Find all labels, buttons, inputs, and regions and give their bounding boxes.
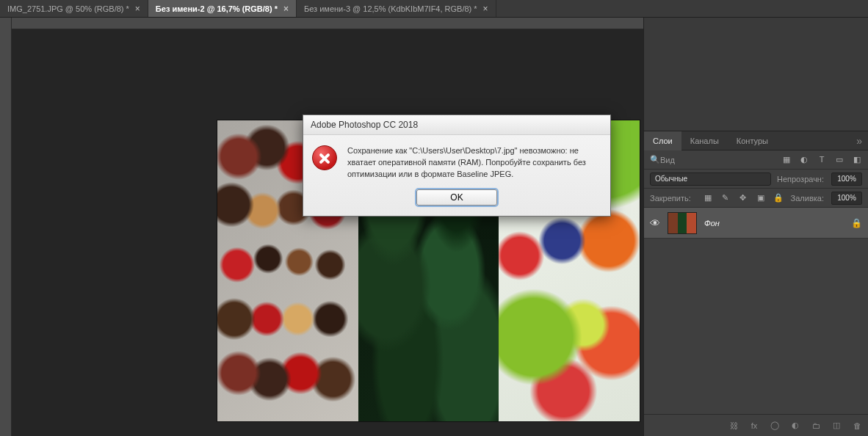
lock-pixels-icon[interactable]: ▦ (703, 193, 713, 203)
error-icon (312, 145, 337, 170)
opacity-value: 100% (837, 175, 856, 183)
layer-row-background[interactable]: 👁 Фон 🔒 (644, 208, 868, 239)
filter-icons: ▦ ◐ T ▭ ◧ (781, 155, 862, 164)
layer-fx-icon[interactable]: fx (749, 421, 759, 430)
visibility-icon[interactable]: 👁 (650, 217, 660, 229)
document-tabs: IMG_2751.JPG @ 50% (RGB/8) * × Без имени… (0, 0, 868, 18)
filter-pixel-icon[interactable]: ▦ (781, 155, 792, 164)
filter-type-icon[interactable]: T (817, 155, 827, 164)
filter-shape-icon[interactable]: ▭ (834, 155, 845, 164)
lock-row: Закрепить: ▦ ✎ ✥ ▣ 🔒 Заливка: 100% (644, 189, 868, 208)
delete-layer-icon[interactable]: 🗑 (852, 421, 862, 430)
filter-smart-icon[interactable]: ◧ (852, 155, 862, 164)
blend-mode-select[interactable]: Обычные (650, 172, 771, 186)
filter-adjust-icon[interactable]: ◐ (799, 155, 809, 164)
blend-mode-row: Обычные Непрозрачн: 100% (644, 170, 868, 189)
dialog-title[interactable]: Adobe Photoshop CC 2018 (303, 115, 610, 135)
close-icon[interactable]: × (483, 4, 488, 14)
tab-layers[interactable]: Слои (644, 131, 681, 150)
upper-collapsed-panel[interactable] (644, 18, 868, 131)
adjustment-icon[interactable]: ◐ (790, 421, 800, 430)
tab-label: Без имени-2 @ 16,7% (RGB/8) * (156, 4, 278, 13)
layer-name[interactable]: Фон (704, 219, 720, 228)
lock-icon: 🔒 (851, 218, 862, 228)
ruler-horizontal[interactable] (12, 18, 643, 29)
lock-brush-icon[interactable]: ✎ (720, 193, 731, 203)
tab-doc-2[interactable]: Без имени-2 @ 16,7% (RGB/8) * × (148, 0, 297, 17)
ok-button[interactable]: OK (416, 189, 497, 206)
opacity-field[interactable]: 100% (831, 172, 862, 186)
group-icon[interactable]: 🗀 (811, 421, 821, 430)
ruler-vertical[interactable] (0, 18, 12, 436)
fill-label: Заливка: (791, 194, 824, 203)
panel-collapse-icon[interactable]: » (850, 135, 868, 147)
add-mask-icon[interactable]: ◯ (770, 421, 780, 430)
lock-label: Закрепить: (650, 194, 691, 203)
lock-position-icon[interactable]: ✥ (738, 193, 748, 203)
opacity-label: Непрозрачн: (777, 175, 824, 184)
dialog-message: Сохранение как "C:\Users\User\Desktop\7.… (347, 145, 598, 181)
right-panel-stack: Слои Каналы Контуры » 🔍 Вид ▦ ◐ T ▭ ◧ Об… (643, 18, 868, 436)
layers-panel-tabs: Слои Каналы Контуры » (644, 131, 868, 150)
filter-kind-label: Вид (660, 156, 675, 164)
blend-mode-value: Обычные (655, 175, 687, 183)
search-icon[interactable]: 🔍 (650, 155, 660, 164)
tab-label: Без имени-3 @ 12,5% (KdbKIbM7IF4, RGB/8)… (304, 4, 477, 13)
tab-doc-1[interactable]: IMG_2751.JPG @ 50% (RGB/8) * × (0, 0, 148, 17)
fill-value: 100% (837, 194, 856, 202)
link-layers-icon[interactable]: ⛓ (728, 421, 739, 430)
error-dialog: Adobe Photoshop CC 2018 Сохранение как "… (303, 115, 611, 217)
lock-all-icon[interactable]: 🔒 (773, 193, 784, 203)
layer-thumbnail[interactable] (668, 212, 697, 234)
close-icon[interactable]: × (135, 4, 140, 14)
lock-artboard-icon[interactable]: ▣ (756, 193, 766, 203)
new-layer-icon[interactable]: ◫ (831, 421, 842, 430)
main-area: Adobe Photoshop CC 2018 Сохранение как "… (0, 18, 868, 436)
tab-label: IMG_2751.JPG @ 50% (RGB/8) * (7, 4, 129, 13)
tab-paths[interactable]: Контуры (728, 131, 777, 150)
workspace[interactable]: Adobe Photoshop CC 2018 Сохранение как "… (12, 18, 643, 436)
close-icon[interactable]: × (283, 4, 289, 14)
fill-field[interactable]: 100% (831, 192, 862, 205)
layer-filter-row: 🔍 Вид ▦ ◐ T ▭ ◧ (644, 150, 868, 170)
layers-panel-footer: ⛓ fx ◯ ◐ 🗀 ◫ 🗑 (644, 414, 868, 436)
tab-doc-3[interactable]: Без имени-3 @ 12,5% (KdbKIbM7IF4, RGB/8)… (297, 0, 496, 17)
tab-channels[interactable]: Каналы (681, 131, 728, 150)
